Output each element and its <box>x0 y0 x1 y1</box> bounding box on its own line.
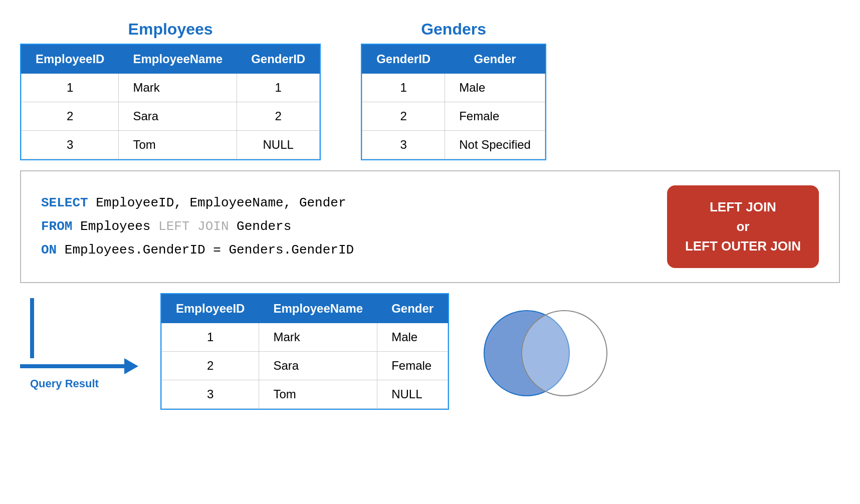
genders-title: Genders <box>361 15 546 44</box>
table-row: 2 Sara Female <box>162 352 448 380</box>
arrow-vertical <box>30 298 34 358</box>
join-badge-line2: or <box>685 217 801 236</box>
join-badge-line3: LEFT OUTER JOIN <box>685 236 801 256</box>
emp-row2-id: 2 <box>22 102 119 131</box>
table-row: 3 Not Specified <box>362 131 545 159</box>
table-row: 2 Sara 2 <box>22 102 320 131</box>
arrow-area: Query Result <box>20 298 150 390</box>
query-result-label: Query Result <box>30 377 99 390</box>
table-row: 1 Male <box>362 74 545 102</box>
emp-row2-genderid: 2 <box>237 102 320 131</box>
arrow-horizontal-container <box>20 358 138 374</box>
table-row: 3 Tom NULL <box>162 380 448 409</box>
gen-row2-gender: Female <box>445 102 545 131</box>
gen-row1-id: 1 <box>362 74 445 102</box>
res-row2-id: 2 <box>162 352 259 380</box>
result-table-wrapper: EmployeeID EmployeeName Gender 1 Mark Ma… <box>160 293 449 410</box>
res-row1-name: Mark <box>259 323 377 352</box>
emp-row1-id: 1 <box>22 74 119 102</box>
from-text: Employees <box>80 219 158 234</box>
svg-point-1 <box>522 311 607 396</box>
main-container: Employees EmployeeID EmployeeName Gender… <box>0 0 860 504</box>
table-row: 1 Mark Male <box>162 323 448 352</box>
employees-header-genderid: GenderID <box>237 45 320 74</box>
result-table: EmployeeID EmployeeName Gender 1 Mark Ma… <box>161 294 448 409</box>
on-text: Employees.GenderID = Genders.GenderID <box>65 242 354 258</box>
employees-table-wrapper: Employees EmployeeID EmployeeName Gender… <box>20 15 321 160</box>
result-header-name: EmployeeName <box>259 295 377 323</box>
genders-table: GenderID Gender 1 Male 2 Female <box>362 45 545 159</box>
res-row2-gender: Female <box>377 352 448 380</box>
venn-svg <box>479 303 609 403</box>
emp-row1-genderid: 1 <box>237 74 320 102</box>
sql-code: SELECT EmployeeID, EmployeeName, Gender … <box>41 191 354 262</box>
from-keyword: FROM <box>41 219 72 234</box>
arrow-horizontal <box>24 364 124 368</box>
gen-row3-id: 3 <box>362 131 445 159</box>
res-row3-name: Tom <box>259 380 377 409</box>
employees-table-border: EmployeeID EmployeeName GenderID 1 Mark … <box>20 44 321 160</box>
result-and-venn: EmployeeID EmployeeName Gender 1 Mark Ma… <box>160 293 599 410</box>
select-keyword: SELECT <box>41 195 88 210</box>
top-section: Employees EmployeeID EmployeeName Gender… <box>20 15 840 160</box>
genders-table-border: GenderID Gender 1 Male 2 Female <box>361 44 546 160</box>
join-badge-line1: LEFT JOIN <box>685 197 801 217</box>
employees-header-id: EmployeeID <box>22 45 119 74</box>
table-row: 3 Tom NULL <box>22 131 320 159</box>
sql-on-line: ON Employees.GenderID = Genders.GenderID <box>41 238 354 262</box>
table-row: 2 Female <box>362 102 545 131</box>
employees-table: EmployeeID EmployeeName GenderID 1 Mark … <box>21 45 320 159</box>
genders-header-gender: Gender <box>445 45 545 74</box>
join-keyword-inline: LEFT JOIN <box>158 219 229 234</box>
sql-select-line: SELECT EmployeeID, EmployeeName, Gender <box>41 191 354 215</box>
result-header-id: EmployeeID <box>162 295 259 323</box>
res-row3-gender: NULL <box>377 380 448 409</box>
from-rest: Genders <box>229 219 292 234</box>
employees-header-name: EmployeeName <box>119 45 237 74</box>
res-row1-gender: Male <box>377 323 448 352</box>
table-row: 1 Mark 1 <box>22 74 320 102</box>
venn-diagram <box>479 303 599 403</box>
arrow-corner <box>20 364 24 368</box>
emp-row1-name: Mark <box>119 74 237 102</box>
emp-row3-id: 3 <box>22 131 119 159</box>
gen-row2-id: 2 <box>362 102 445 131</box>
genders-table-wrapper: Genders GenderID Gender 1 Male <box>361 15 546 160</box>
on-keyword: ON <box>41 242 57 258</box>
gen-row3-gender: Not Specified <box>445 131 545 159</box>
genders-header-id: GenderID <box>362 45 445 74</box>
res-row2-name: Sara <box>259 352 377 380</box>
emp-row3-name: Tom <box>119 131 237 159</box>
emp-row2-name: Sara <box>119 102 237 131</box>
sql-query-box: SELECT EmployeeID, EmployeeName, Gender … <box>20 170 840 283</box>
res-row3-id: 3 <box>162 380 259 409</box>
sql-from-line: FROM Employees LEFT JOIN Genders <box>41 215 354 238</box>
res-row1-id: 1 <box>162 323 259 352</box>
join-badge: LEFT JOIN or LEFT OUTER JOIN <box>667 185 819 268</box>
employees-title: Employees <box>20 15 321 44</box>
result-header-gender: Gender <box>377 295 448 323</box>
bottom-section: Query Result EmployeeID EmployeeName Gen… <box>20 293 840 410</box>
gen-row1-gender: Male <box>445 74 545 102</box>
arrow-head <box>124 358 138 374</box>
emp-row3-genderid: NULL <box>237 131 320 159</box>
select-cols: EmployeeID, EmployeeName, Gender <box>96 195 346 210</box>
